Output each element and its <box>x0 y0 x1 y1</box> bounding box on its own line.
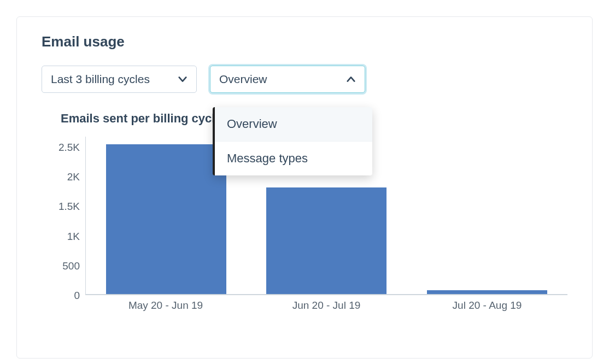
controls-row: Last 3 billing cycles Overview <box>42 66 567 93</box>
page-title: Email usage <box>42 33 567 50</box>
y-tick-label: 1K <box>67 231 80 241</box>
chevron-down-icon <box>178 74 188 84</box>
y-tick-label: 500 <box>62 260 80 271</box>
y-tick-label: 1.5K <box>58 201 80 212</box>
chevron-up-icon <box>346 74 356 84</box>
view-select[interactable]: Overview <box>210 66 365 93</box>
y-tick-label: 0 <box>74 290 80 300</box>
email-usage-card: Email usage Last 3 billing cycles Overvi… <box>16 16 593 359</box>
page-container: Email usage Last 3 billing cycles Overvi… <box>0 0 609 364</box>
x-tick-label: Jun 20 - Jul 19 <box>266 300 387 312</box>
view-select-label: Overview <box>219 73 267 86</box>
dropdown-option-message-types[interactable]: Message types <box>215 142 372 175</box>
bar <box>266 187 387 294</box>
period-select-label: Last 3 billing cycles <box>51 73 150 86</box>
y-tick-label: 2.5K <box>58 142 80 152</box>
x-tick-label: May 20 - Jun 19 <box>106 300 226 312</box>
view-select-dropdown: Overview Message types <box>213 107 372 175</box>
period-select[interactable]: Last 3 billing cycles <box>42 66 197 93</box>
bar <box>427 290 547 294</box>
y-tick-label: 2K <box>67 172 80 182</box>
x-tick-label: Jul 20 - Aug 19 <box>427 300 547 312</box>
x-axis: May 20 - Jun 19Jun 20 - Jul 19Jul 20 - A… <box>85 300 567 312</box>
y-axis: 2.5K2K1.5K1K5000 <box>42 137 85 295</box>
bar <box>106 144 226 294</box>
dropdown-option-overview[interactable]: Overview <box>215 107 372 142</box>
